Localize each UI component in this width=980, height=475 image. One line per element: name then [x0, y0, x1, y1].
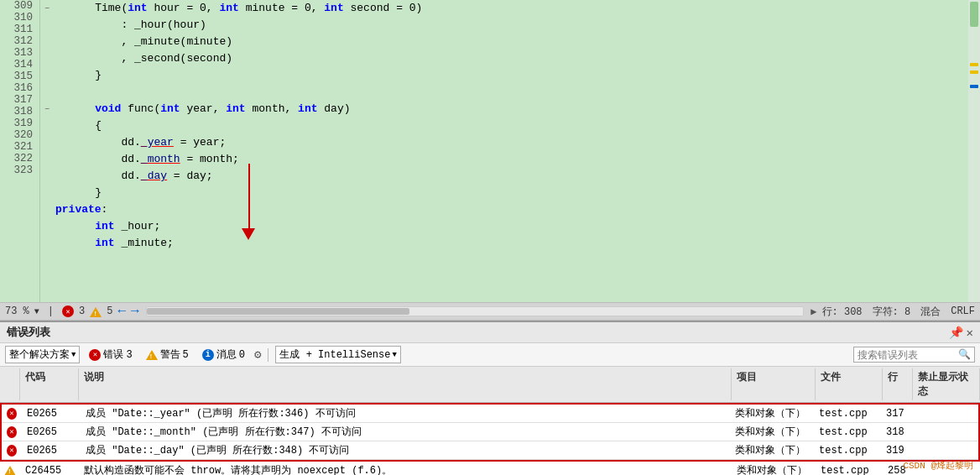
code-line-316: { — [55, 117, 968, 134]
code-line-309: Time(int hour = 0, int minute = 0, int s… — [55, 0, 968, 17]
table-row[interactable]: ✕ E0265 成员 "Date::_year" (已声明 所在行数:346) … — [2, 405, 978, 423]
row-file-2: test.cpp — [814, 425, 881, 440]
code-line-323: int _minute; — [55, 235, 968, 252]
row-icon-1: ✕ — [2, 406, 22, 421]
error-badge: ✕ — [62, 305, 74, 317]
warning-filter-count: 5 — [183, 349, 189, 361]
pin-icon[interactable]: 📌 — [949, 326, 963, 340]
search-icon[interactable]: 🔍 — [958, 348, 971, 361]
nav-scroll-right[interactable]: ▶ — [811, 305, 816, 318]
info-filter-label: 消息 — [216, 347, 237, 362]
row-desc-1: 成员 "Date::_year" (已声明 所在行数:346) 不可访问 — [81, 405, 730, 422]
error-filter-label: 错误 — [103, 347, 123, 362]
code-line-311: , _minute(minute) — [55, 34, 968, 50]
col-file[interactable]: 文件 — [816, 368, 883, 400]
code-line-318: dd._month = month; — [55, 151, 968, 168]
row-line-2: 318 — [881, 425, 911, 440]
row-file-1: test.cpp — [814, 406, 881, 421]
warning-filter-label: 警告 — [160, 347, 180, 362]
funnel-icon[interactable]: ⚙ — [254, 347, 261, 362]
row-icon-2: ✕ — [2, 425, 22, 440]
annotation-arrow-line — [248, 164, 250, 231]
search-box: 🔍 — [853, 347, 975, 363]
col-line[interactable]: 行 — [883, 368, 913, 400]
filter-dropdown-arrow: ▼ — [71, 351, 76, 359]
code-line-315: void func(int year, int month, int day) — [55, 101, 968, 117]
error-panel: 错误列表 📌 ✕ 整个解决方案 ▼ ✕ 错误 3 — [0, 321, 980, 475]
horizontal-scrollbar[interactable] — [146, 306, 805, 316]
line-ending: CRLF — [951, 305, 975, 317]
zoom-dropdown-icon[interactable]: ▼ — [34, 307, 39, 316]
collapse-309[interactable]: − — [40, 0, 54, 17]
code-line-312: , _second(second) — [55, 50, 968, 67]
code-line-317: dd._year = year; — [55, 134, 968, 151]
line-info: 行: 308 — [822, 305, 863, 319]
error-btn-icon: ✕ — [89, 349, 101, 361]
zoom-level: 73 % — [5, 305, 29, 317]
table-header: 代码 说明 项目 文件 行 禁止显示状态 — [0, 367, 980, 403]
row-project-4: 类和对象（下） — [732, 462, 816, 475]
code-line-322: int _hour; — [55, 218, 968, 235]
error-filter-btn[interactable]: ✕ 错误 3 — [85, 346, 136, 363]
nav-back[interactable]: ← — [117, 304, 126, 319]
annotation-arrow-head — [242, 228, 255, 240]
line-numbers-panel: 309 310 311 312 313 314 315 316 317 318 … — [0, 0, 40, 302]
col-code[interactable]: 代码 — [20, 368, 79, 400]
code-line-319: dd._day = day; — [55, 168, 968, 185]
info-filter-count: 0 — [239, 349, 245, 361]
warning-count: 5 — [107, 305, 112, 317]
row-icon-4 — [0, 464, 20, 476]
row-code-2: E0265 — [22, 425, 81, 440]
error-table: 代码 说明 项目 文件 行 禁止显示状态 ✕ E0265 成员 "Date::_… — [0, 367, 980, 475]
row-project-3: 类和对象（下） — [730, 441, 814, 459]
code-content: Time(int hour = 0, int minute = 0, int s… — [54, 0, 968, 302]
filter-dropdown[interactable]: 整个解决方案 ▼ — [5, 346, 80, 363]
build-source-dropdown[interactable]: 生成 + IntelliSense ▼ — [275, 346, 400, 363]
error-filter-count: 3 — [126, 349, 132, 361]
row-suppress-2 — [911, 431, 978, 434]
row-file-4: test.cpp — [816, 463, 883, 476]
table-row[interactable]: ✕ E0265 成员 "Date::_month" (已声明 所在行数:347)… — [2, 423, 978, 441]
build-source-label: 生成 + IntelliSense — [279, 347, 390, 362]
info-btn-icon: i — [202, 349, 214, 361]
row-suppress-3 — [911, 449, 978, 452]
search-input[interactable] — [858, 349, 958, 361]
panel-title: 错误列表 — [7, 325, 50, 340]
right-scrollbar[interactable] — [968, 0, 980, 302]
info-filter-btn[interactable]: i 消息 0 — [198, 346, 249, 363]
encoding: 混合 — [920, 305, 941, 319]
row-code-4: C26455 — [20, 463, 79, 476]
collapse-315[interactable]: − — [40, 101, 54, 117]
panel-toolbar: 整个解决方案 ▼ ✕ 错误 3 ! 警告 5 — [0, 343, 980, 367]
code-line-313: } — [55, 67, 968, 84]
filter-label: 整个解决方案 — [9, 347, 70, 362]
collapse-indicators: − − — [40, 0, 54, 302]
row-code-1: E0265 — [22, 406, 81, 421]
row-code-3: E0265 — [22, 443, 81, 458]
build-dropdown-arrow: ▼ — [392, 351, 396, 359]
close-panel-button[interactable]: ✕ — [967, 326, 973, 340]
table-row[interactable]: ✕ E0265 成员 "Date::_day" (已声明 所在行数:348) 不… — [2, 441, 978, 460]
code-line-314 — [55, 84, 968, 101]
row-desc-2: 成员 "Date::_month" (已声明 所在行数:347) 不可访问 — [81, 423, 730, 441]
table-row[interactable]: C26455 默认构造函数可能不会 throw。请将其声明为 noexcept … — [0, 462, 980, 475]
row-line-3: 319 — [881, 443, 911, 458]
app-container: 309 310 311 312 313 314 315 316 317 318 … — [0, 0, 980, 475]
warning-filter-btn[interactable]: ! 警告 5 — [142, 346, 193, 363]
status-bar: 73 % ▼ | ✕ 3 ! 5 ← → ▶ 行: 308 字符: 8 混合 C… — [0, 302, 980, 321]
nav-forward[interactable]: → — [131, 304, 139, 319]
watermark: CSDN @烽起黎明 — [903, 459, 973, 472]
col-project[interactable]: 项目 — [732, 368, 816, 400]
row-project-1: 类和对象（下） — [730, 405, 814, 422]
code-line-320: } — [55, 185, 968, 201]
row-desc-4: 默认构造函数可能不会 throw。请将其声明为 noexcept (f.6)。 — [79, 462, 732, 475]
char-info: 字符: 8 — [873, 305, 911, 319]
row-project-2: 类和对象（下） — [730, 423, 814, 441]
panel-title-bar: 错误列表 📌 ✕ — [0, 322, 980, 343]
col-description[interactable]: 说明 — [79, 368, 732, 400]
code-line-310: : _hour(hour) — [55, 17, 968, 34]
col-suppress[interactable]: 禁止显示状态 — [913, 368, 980, 400]
row-line-1: 317 — [881, 406, 911, 421]
row-icon-3: ✕ — [2, 443, 22, 458]
row-file-3: test.cpp — [814, 443, 881, 458]
